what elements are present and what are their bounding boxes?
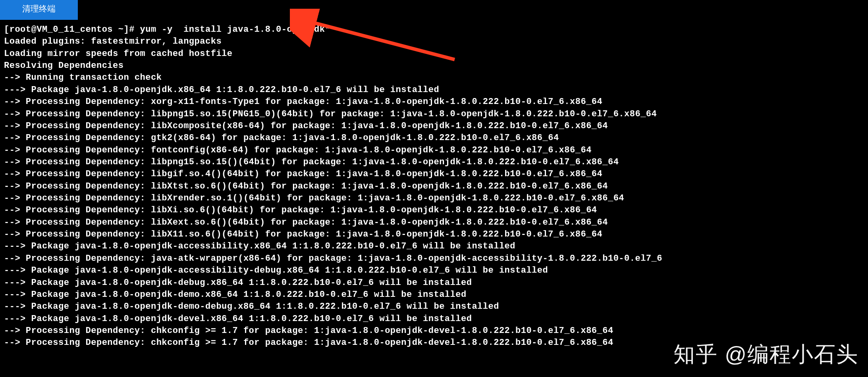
- terminal-line: --> Processing Dependency: libXi.so.6()(…: [4, 204, 868, 216]
- terminal-line: --> Processing Dependency: fontconfig(x8…: [4, 144, 868, 156]
- terminal-line: Resolving Dependencies: [4, 60, 868, 72]
- terminal-line: --> Processing Dependency: libXext.so.6(…: [4, 217, 868, 229]
- terminal-line: --> Processing Dependency: libXtst.so.6(…: [4, 181, 868, 192]
- terminal-line: --> Running transaction check: [4, 72, 868, 84]
- terminal-line: ---> Package java-1.8.0-openjdk-demo-deb…: [4, 301, 868, 313]
- terminal-line: --> Processing Dependency: gtk2(x86-64) …: [4, 132, 868, 144]
- terminal-output[interactable]: [root@VM_0_11_centos ~]# yum -y install …: [0, 20, 868, 349]
- terminal-line: --> Processing Dependency: libXrender.so…: [4, 192, 868, 204]
- terminal-line: --> Processing Dependency: libX11.so.6()…: [4, 229, 868, 240]
- terminal-line: ---> Package java-1.8.0-openjdk-accessib…: [4, 265, 868, 277]
- terminal-line: --> Processing Dependency: libpng15.so.1…: [4, 108, 868, 120]
- watermark-text: 知乎 @编程小石头: [673, 340, 858, 369]
- terminal-line: --> Processing Dependency: chkconfig >= …: [4, 325, 868, 337]
- terminal-line: [root@VM_0_11_centos ~]# yum -y install …: [4, 24, 868, 36]
- terminal-line: ---> Package java-1.8.0-openjdk.x86_64 1…: [4, 84, 868, 96]
- tab-clear-terminal[interactable]: 清理终端: [0, 0, 78, 20]
- terminal-line: Loaded plugins: fastestmirror, langpacks: [4, 36, 868, 48]
- terminal-line: ---> Package java-1.8.0-openjdk-demo.x86…: [4, 289, 868, 301]
- terminal-line: --> Processing Dependency: xorg-x11-font…: [4, 96, 868, 108]
- terminal-line: --> Processing Dependency: libXcomposite…: [4, 120, 868, 132]
- terminal-line: ---> Package java-1.8.0-openjdk-debug.x8…: [4, 277, 868, 289]
- terminal-line: ---> Package java-1.8.0-openjdk-devel.x8…: [4, 313, 868, 325]
- terminal-line: --> Processing Dependency: libgif.so.4()…: [4, 168, 868, 180]
- terminal-line: Loading mirror speeds from cached hostfi…: [4, 48, 868, 60]
- terminal-line: --> Processing Dependency: libpng15.so.1…: [4, 156, 868, 168]
- terminal-line: ---> Package java-1.8.0-openjdk-accessib…: [4, 240, 868, 252]
- terminal-line: --> Processing Dependency: java-atk-wrap…: [4, 253, 868, 265]
- tab-bar: 清理终端: [0, 0, 868, 20]
